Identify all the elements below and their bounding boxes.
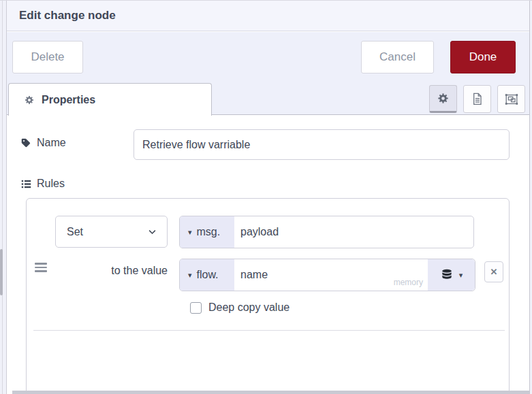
dialog-title: Edit change node	[19, 9, 116, 22]
chevron-down-icon	[147, 227, 157, 237]
cancel-button[interactable]: Cancel	[361, 41, 434, 73]
tab-properties[interactable]: Properties	[8, 83, 212, 116]
workspace-left-strip	[0, 1, 7, 394]
rules-list: Set ▾ msg. payload	[26, 198, 510, 394]
scrollbar-thumb[interactable]	[0, 249, 3, 295]
rule-value-input[interactable]: ▾ flow. name memory ▾	[179, 259, 475, 291]
rule-target-type-button[interactable]: ▾ msg.	[180, 216, 234, 248]
tab-bar: Properties	[7, 82, 529, 115]
database-icon	[440, 268, 454, 282]
context-store-button[interactable]: ▾	[428, 259, 475, 291]
rule-action-select[interactable]: Set	[55, 216, 168, 248]
store-hint-label: memory	[394, 278, 423, 287]
name-field-label: Name	[20, 137, 66, 149]
rules-section-label: Rules	[20, 178, 65, 190]
appearance-tab-button[interactable]	[497, 85, 525, 113]
gear-icon	[437, 92, 450, 105]
rule-value-prefix: flow.	[197, 269, 219, 281]
deep-copy-row: Deep copy value	[190, 301, 290, 314]
caret-down-icon: ▾	[188, 272, 192, 279]
tab-properties-label: Properties	[42, 94, 95, 106]
rules-label: Rules	[37, 178, 65, 190]
edit-change-node-dialog: Edit change node Delete Cancel Done	[0, 0, 532, 394]
name-label: Name	[37, 137, 66, 149]
rule-action-value: Set	[67, 226, 147, 238]
rule-target-input[interactable]: ▾ msg. payload	[179, 216, 474, 248]
delete-button[interactable]: Delete	[12, 41, 83, 73]
done-button[interactable]: Done	[450, 41, 516, 73]
name-input[interactable]	[134, 129, 510, 160]
to-the-value-label: to the value	[55, 265, 168, 277]
properties-tab-button[interactable]	[429, 85, 457, 113]
list-icon	[20, 178, 32, 190]
workspace-right-strip	[529, 1, 532, 394]
deep-copy-label: Deep copy value	[208, 301, 290, 314]
dialog-header: Edit change node	[7, 1, 529, 31]
dialog-button-bar: Delete Cancel Done	[7, 32, 529, 82]
dialog-panel: Edit change node Delete Cancel Done	[7, 1, 529, 394]
rule-target-prefix: msg.	[197, 226, 221, 238]
deep-copy-checkbox[interactable]	[190, 302, 202, 314]
object-group-icon	[504, 92, 519, 107]
tag-icon	[20, 137, 31, 148]
description-tab-button[interactable]	[463, 85, 491, 113]
file-text-icon	[470, 92, 484, 106]
gear-icon	[24, 95, 35, 105]
rule-target-value[interactable]: payload	[234, 216, 473, 248]
dialog-bottom-edge	[12, 391, 529, 394]
rule-value-type-button[interactable]: ▾ flow.	[180, 259, 234, 291]
properties-form: Name Rules Set	[7, 116, 529, 394]
remove-rule-button[interactable]: ✕	[484, 261, 503, 282]
caret-down-icon: ▾	[459, 272, 463, 279]
caret-down-icon: ▾	[188, 229, 192, 236]
rule-divider	[33, 330, 505, 331]
drag-handle-icon[interactable]	[35, 263, 47, 272]
divider	[2, 1, 3, 394]
